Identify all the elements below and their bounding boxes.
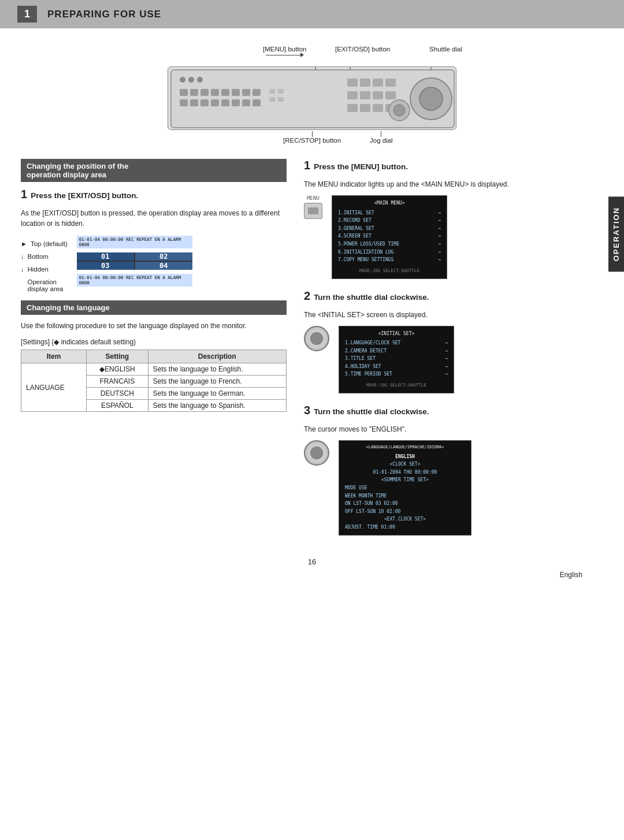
main-menu-item-5: 5.POWER LOSS/USED TIME→ [338, 240, 441, 248]
desc-espanol: Sets the language to Spanish. [148, 400, 286, 412]
svg-rect-4 [180, 89, 188, 96]
svg-point-37 [419, 87, 443, 110]
device-section: [MENU] button [EXIT/OSD] button Shuttle … [21, 46, 603, 145]
init-menu-item-5: 5.TIME PERIOD SET→ [345, 370, 448, 378]
main-menu-item-7: 7.COPY MENU SETTINGS→ [338, 256, 441, 264]
svg-rect-20 [347, 79, 358, 87]
init-menu-item-4: 4.HOLIDAY SET→ [345, 363, 448, 371]
side-label: OPERATION [608, 196, 624, 272]
svg-point-3 [197, 77, 203, 83]
monitor-bottom-bar: 01-01-04 00:00:00 REC REPEAT EN A ALARM … [77, 274, 192, 287]
language-menu-title: <LANGUAGE/LANGUE/SPRACHE/IDIOMA> [345, 444, 465, 451]
svg-point-1 [180, 77, 185, 83]
exit-osd-button-label: [EXIT/OSD] button [335, 46, 390, 53]
position-diagram: ► Top (default) ↓ Bottom ↓ Hidden ↓ [21, 236, 287, 292]
monitor-cell-01: 01 [77, 252, 134, 261]
svg-rect-13 [190, 99, 198, 106]
position-step1: 1 Press the [EXIT/OSD] button. As the [E… [21, 188, 287, 292]
menu-step2: 2 Turn the shuttle dial clockwise. The <… [304, 289, 580, 393]
settings-table: Item Setting Description LANGUAGE ◆ENGLI… [21, 350, 287, 412]
pos-hidden: Hidden [28, 266, 49, 273]
svg-rect-18 [242, 99, 250, 106]
main-menu-item-4: 4.SCREEN SET→ [338, 232, 441, 240]
menu-step2-header: 2 Turn the shuttle dial clockwise. [304, 289, 580, 306]
language-section-header: Changing the language [21, 300, 287, 315]
svg-rect-30 [373, 104, 383, 112]
language-line-7: OFF LST-SUN 10 02:00 [345, 508, 465, 516]
language-line-5: WEEK MONTH TIME [345, 492, 465, 500]
monitor-cell-04: 04 [135, 262, 192, 270]
initial-set-menu-row: <INITIAL SET> 1.LANGUAGE/CLOCK SET→ 2.CA… [304, 326, 580, 393]
language-line-4: MODE USE [345, 484, 465, 492]
menu-step2-desc: The <INITIAL SET> screen is displayed. [304, 310, 580, 320]
svg-rect-11 [252, 89, 261, 96]
pos-operation: Operation [28, 278, 57, 285]
main-menu-item-3: 3.GENERAL SET→ [338, 225, 441, 233]
svg-rect-12 [180, 99, 188, 106]
svg-rect-19 [252, 99, 261, 106]
main-menu-display: <MAIN MENU> 1.INITIAL SET→ 2.RECORD SET→… [332, 195, 447, 279]
svg-rect-9 [232, 89, 240, 96]
setting-deutsch: DEUTSCH [87, 388, 148, 400]
jog-dial-label: Jog dial [370, 137, 393, 144]
pos-bottom: Bottom [28, 253, 49, 260]
shuttle-icon-2 [304, 440, 329, 466]
content-area: [MENU] button [EXIT/OSD] button Shuttle … [0, 46, 624, 579]
pos-display-area: display area [28, 285, 64, 292]
svg-rect-28 [347, 104, 358, 112]
initial-set-menu-display: <INITIAL SET> 1.LANGUAGE/CLOCK SET→ 2.CA… [339, 326, 454, 393]
chapter-title: PREPARING FOR USE [47, 9, 161, 20]
page-header: 1 PREPARING FOR USE [0, 0, 624, 28]
svg-rect-16 [221, 99, 229, 106]
language-desc: Use the following procedure to set the l… [21, 321, 287, 331]
setting-english: ◆ENGLISH [87, 363, 148, 376]
menu-step1-title: Press the [MENU] button. [314, 162, 408, 171]
init-menu-item-3: 3.TITLE SET→ [345, 355, 448, 363]
main-menu-row: MENU <MAIN MENU> 1.INITIAL SET→ 2.RECORD… [304, 195, 580, 279]
main-two-col: Changing the position of theoperation di… [21, 159, 603, 546]
menu-step2-title: Turn the shuttle dial clockwise. [314, 293, 429, 302]
language-line-0: ENGLISH [345, 453, 465, 461]
svg-rect-7 [211, 89, 219, 96]
language-line-9: ADJUST. TIME 01:00 [345, 523, 465, 531]
page-number: 16 [21, 557, 603, 566]
svg-rect-8 [221, 89, 229, 96]
svg-rect-10 [242, 89, 250, 96]
menu-step1: 1 Press the [MENU] button. The MENU indi… [304, 159, 580, 279]
desc-english: Sets the language to English. [148, 363, 286, 376]
pos-labels: ► Top (default) ↓ Bottom ↓ Hidden ↓ [21, 236, 68, 292]
menu-step3-desc: The cursor moves to "ENGLISH". [304, 424, 580, 434]
svg-rect-34 [269, 97, 275, 102]
language-line-8: <EXT.CLOCK SET> [345, 515, 465, 523]
svg-rect-29 [360, 104, 370, 112]
main-menu-title: <MAIN MENU> [338, 199, 441, 207]
svg-rect-5 [190, 89, 198, 96]
desc-deutsch: Sets the language to German. [148, 388, 286, 400]
menu-step3-title: Turn the shuttle dial clockwise. [314, 407, 429, 416]
svg-point-39 [393, 105, 405, 116]
menu-button-label: [MENU] button [263, 46, 306, 53]
svg-rect-25 [360, 91, 370, 99]
right-column: 1 Press the [MENU] button. The MENU indi… [304, 159, 603, 546]
svg-point-2 [188, 77, 194, 83]
svg-rect-24 [347, 91, 358, 99]
menu-step3: 3 Turn the shuttle dial clockwise. The c… [304, 404, 580, 536]
monitor-top-bar: 01-01-04 00:00:00 REC REPEAT EN A ALARM … [77, 236, 192, 248]
language-line-1: <CLOCK SET> [345, 460, 465, 469]
left-column: Changing the position of theoperation di… [21, 159, 287, 546]
position-title: Changing the position of theoperation di… [27, 162, 128, 179]
init-menu-item-1: 1.LANGUAGE/CLOCK SET→ [345, 339, 448, 347]
svg-rect-23 [385, 79, 396, 87]
shuttle-icon [304, 326, 329, 351]
setting-espanol: ESPAÑOL [87, 400, 148, 412]
monitor-cell-03: 03 [77, 262, 134, 270]
svg-rect-15 [211, 99, 219, 106]
svg-rect-22 [373, 79, 383, 87]
monitor-grid: 01 02 03 04 [77, 252, 192, 270]
svg-rect-6 [200, 89, 209, 96]
settings-note: [Settings] (◆ indicates default setting) [21, 338, 287, 346]
language-label: English [21, 571, 603, 579]
svg-rect-27 [385, 91, 396, 99]
svg-rect-17 [232, 99, 240, 106]
svg-rect-33 [278, 89, 284, 94]
